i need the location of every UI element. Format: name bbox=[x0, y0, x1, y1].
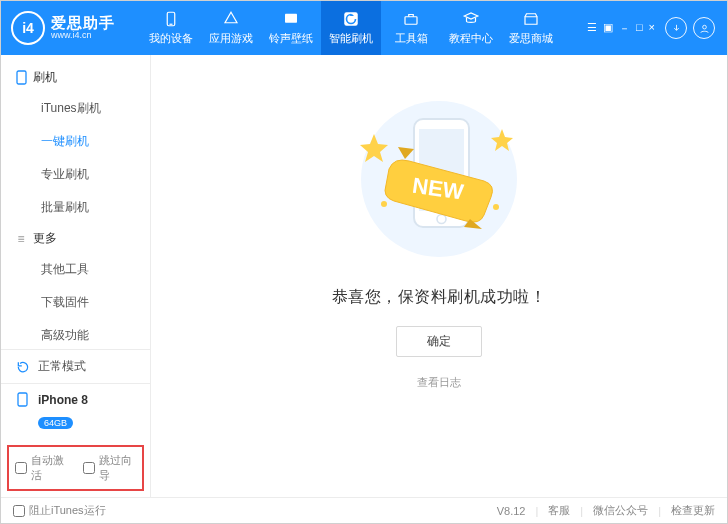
top-nav: 我的设备 应用游戏 铃声壁纸 智能刷机 工具箱 教程中心 bbox=[141, 1, 561, 55]
close-icon[interactable]: × bbox=[649, 21, 655, 36]
sidebar-item-download-fw[interactable]: 下载固件 bbox=[1, 286, 150, 319]
brand-logo: i4 爱思助手 www.i4.cn bbox=[11, 11, 141, 45]
option-highlight-box: 自动激活 跳过向导 bbox=[7, 445, 144, 491]
window-mini-controls: ☰ ▣ － □ × bbox=[587, 21, 655, 36]
brand-name: 爱思助手 bbox=[51, 15, 115, 32]
flash-icon bbox=[342, 10, 360, 28]
phone-icon bbox=[15, 71, 27, 85]
sidebar-item-itunes[interactable]: iTunes刷机 bbox=[1, 92, 150, 125]
media-icon bbox=[282, 10, 300, 28]
skip-guide-checkbox[interactable]: 跳过向导 bbox=[83, 453, 137, 483]
apps-icon bbox=[222, 10, 240, 28]
sidebar-group-flash[interactable]: 刷机 bbox=[1, 63, 150, 92]
storage-badge: 64GB bbox=[38, 417, 73, 429]
sidebar-item-pro[interactable]: 专业刷机 bbox=[1, 158, 150, 191]
device-small-icon bbox=[15, 392, 30, 407]
sidebar-bottom: 正常模式 iPhone 8 64GB 自动激活 跳过向导 bbox=[1, 349, 150, 497]
sidebar-item-oneclick[interactable]: 一键刷机 bbox=[1, 125, 150, 158]
success-message: 恭喜您，保资料刷机成功啦！ bbox=[332, 287, 547, 308]
body: 刷机 iTunes刷机 一键刷机 专业刷机 批量刷机 ≡ 更多 其他工具 下载固… bbox=[1, 55, 727, 497]
auto-activate-checkbox[interactable]: 自动激活 bbox=[15, 453, 69, 483]
device-icon bbox=[162, 10, 180, 28]
download-icon[interactable] bbox=[665, 17, 687, 39]
svg-rect-7 bbox=[18, 393, 27, 406]
nav-tutorial[interactable]: 教程中心 bbox=[441, 1, 501, 55]
nav-apps[interactable]: 应用游戏 bbox=[201, 1, 261, 55]
svg-rect-6 bbox=[17, 71, 26, 84]
mode-row[interactable]: 正常模式 bbox=[1, 350, 150, 383]
main-content: NEW 恭喜您，保资料刷机成功啦！ 确定 查看日志 bbox=[151, 55, 727, 497]
svg-point-5 bbox=[702, 25, 706, 29]
svg-rect-4 bbox=[405, 17, 417, 25]
svg-rect-2 bbox=[285, 14, 297, 23]
nav-media[interactable]: 铃声壁纸 bbox=[261, 1, 321, 55]
user-icon[interactable] bbox=[693, 17, 715, 39]
maximize-icon[interactable]: □ bbox=[636, 21, 643, 36]
sidebar-item-othertools[interactable]: 其他工具 bbox=[1, 253, 150, 286]
sidebar-item-batch[interactable]: 批量刷机 bbox=[1, 191, 150, 224]
brand-url: www.i4.cn bbox=[51, 31, 115, 41]
svg-point-12 bbox=[493, 204, 499, 210]
support-link[interactable]: 客服 bbox=[548, 503, 570, 518]
minimize-icon[interactable]: － bbox=[619, 21, 630, 36]
block-itunes-checkbox[interactable]: 阻止iTunes运行 bbox=[13, 503, 106, 518]
sidebar-group-more[interactable]: ≡ 更多 bbox=[1, 224, 150, 253]
menu-icon[interactable]: ☰ bbox=[587, 21, 597, 36]
store-icon bbox=[522, 10, 540, 28]
svg-point-11 bbox=[381, 201, 387, 207]
device-row[interactable]: iPhone 8 64GB bbox=[1, 383, 150, 443]
version-label: V8.12 bbox=[497, 505, 526, 517]
toolbox-icon bbox=[402, 10, 420, 28]
wechat-link[interactable]: 微信公众号 bbox=[593, 503, 648, 518]
success-illustration: NEW bbox=[334, 89, 544, 269]
header-controls: ☰ ▣ － □ × bbox=[587, 17, 721, 39]
app-window: i4 爱思助手 www.i4.cn 我的设备 应用游戏 铃声壁纸 智能刷机 bbox=[0, 0, 728, 524]
tutorial-icon bbox=[462, 10, 480, 28]
hamburger-icon: ≡ bbox=[15, 232, 27, 246]
logo-icon: i4 bbox=[11, 11, 45, 45]
sidebar-item-advanced[interactable]: 高级功能 bbox=[1, 319, 150, 349]
header: i4 爱思助手 www.i4.cn 我的设备 应用游戏 铃声壁纸 智能刷机 bbox=[1, 1, 727, 55]
skin-icon[interactable]: ▣ bbox=[603, 21, 613, 36]
sidebar: 刷机 iTunes刷机 一键刷机 专业刷机 批量刷机 ≡ 更多 其他工具 下载固… bbox=[1, 55, 151, 497]
view-log-link[interactable]: 查看日志 bbox=[417, 375, 461, 390]
ok-button[interactable]: 确定 bbox=[396, 326, 482, 357]
brand-text: 爱思助手 www.i4.cn bbox=[51, 15, 115, 41]
nav-flash[interactable]: 智能刷机 bbox=[321, 1, 381, 55]
refresh-icon bbox=[15, 359, 30, 374]
check-update-link[interactable]: 检查更新 bbox=[671, 503, 715, 518]
nav-my-device[interactable]: 我的设备 bbox=[141, 1, 201, 55]
nav-store[interactable]: 爱思商城 bbox=[501, 1, 561, 55]
nav-toolbox[interactable]: 工具箱 bbox=[381, 1, 441, 55]
footer: 阻止iTunes运行 V8.12 | 客服 | 微信公众号 | 检查更新 bbox=[1, 497, 727, 523]
